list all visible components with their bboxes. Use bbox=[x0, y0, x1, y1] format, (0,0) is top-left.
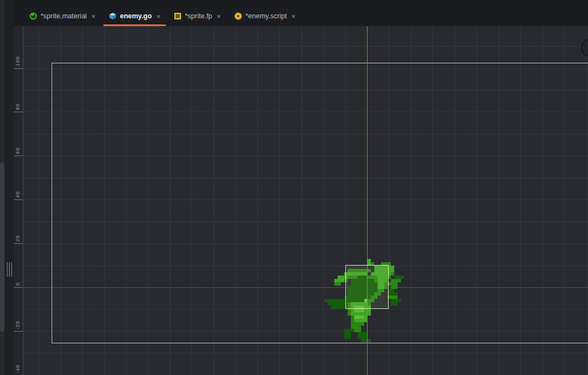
grid-line-horizontal bbox=[23, 46, 588, 47]
ruler-label: 40 bbox=[15, 191, 21, 198]
tab-close-icon[interactable]: × bbox=[292, 12, 296, 21]
material-icon bbox=[29, 12, 37, 20]
sprite-pixel bbox=[348, 336, 351, 339]
left-scrollbar-thumb[interactable] bbox=[0, 162, 4, 332]
sprite-pixel bbox=[394, 286, 398, 289]
grid-line-vertical bbox=[38, 26, 39, 375]
ruler-label: 0 bbox=[15, 282, 21, 286]
tab-sprite-fp[interactable]: *sprite.fp× bbox=[168, 6, 227, 26]
ruler-tick bbox=[14, 331, 23, 332]
fragment-program-icon bbox=[174, 12, 182, 20]
tab-label: *sprite.material bbox=[41, 12, 87, 20]
ruler-label: 60 bbox=[15, 147, 21, 154]
viewport-corner-widget[interactable] bbox=[581, 38, 588, 57]
grid-line-horizontal bbox=[23, 353, 588, 353]
vertical-ruler: 100806040200-20-40 bbox=[14, 26, 23, 375]
y-axis-line bbox=[367, 26, 368, 375]
script-icon bbox=[234, 12, 242, 20]
tab-close-icon[interactable]: × bbox=[217, 12, 221, 21]
left-panel-rail bbox=[0, 0, 14, 375]
sprite-pixel bbox=[398, 299, 401, 302]
selection-box bbox=[345, 265, 389, 309]
sprite-pixel bbox=[398, 279, 401, 282]
ruler-label: -20 bbox=[15, 321, 21, 329]
sprite-pixel bbox=[394, 302, 398, 306]
ruler-tick bbox=[14, 199, 23, 200]
ruler-tick bbox=[14, 68, 23, 69]
sprite-pixel bbox=[401, 276, 404, 279]
sprite-pixel bbox=[368, 312, 371, 316]
ruler-label: 80 bbox=[15, 103, 21, 110]
scene-viewport[interactable]: 100806040200-20-40 bbox=[14, 26, 588, 375]
ruler-label: 100 bbox=[15, 56, 21, 66]
tab-enemy-script[interactable]: *enemy.script× bbox=[229, 6, 301, 26]
tab-bar: *sprite.material×enemy.go×*sprite.fp×*en… bbox=[14, 0, 588, 26]
left-scrollbar-track[interactable] bbox=[0, 0, 4, 375]
ruler-tick bbox=[14, 112, 23, 112]
sprite-pixel bbox=[361, 322, 364, 326]
tab-label: enemy.go bbox=[120, 12, 152, 20]
panel-splitter-grip[interactable] bbox=[7, 262, 12, 277]
tab-label: *sprite.fp bbox=[185, 12, 212, 20]
game-bounds-rect bbox=[52, 63, 588, 343]
sprite-pixel bbox=[368, 339, 371, 342]
ruler-label: 20 bbox=[15, 235, 21, 242]
game-object-icon bbox=[109, 12, 117, 20]
ruler-tick bbox=[14, 243, 23, 244]
tab-enemy-go[interactable]: enemy.go× bbox=[103, 6, 166, 26]
tab-close-icon[interactable]: × bbox=[156, 12, 160, 21]
ruler-tick bbox=[14, 287, 23, 288]
sprite-pixel bbox=[338, 282, 341, 286]
tab-close-icon[interactable]: × bbox=[91, 12, 96, 21]
tab-label: *enemy.script bbox=[245, 12, 287, 20]
tab-sprite-material[interactable]: *sprite.material× bbox=[24, 6, 101, 26]
ruler-label: -40 bbox=[15, 364, 21, 373]
ruler-tick bbox=[14, 156, 23, 156]
editor-root: *sprite.material×enemy.go×*sprite.fp×*en… bbox=[0, 0, 588, 375]
